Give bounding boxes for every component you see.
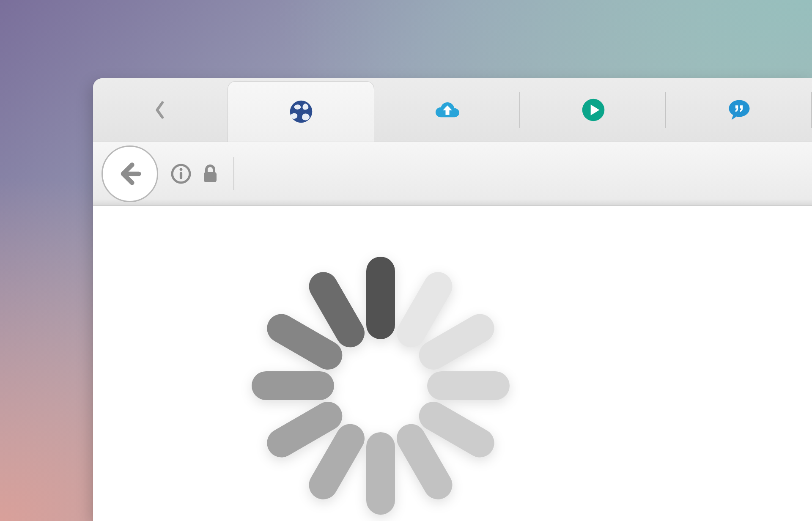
page-content <box>93 206 812 521</box>
spinner-spoke <box>252 371 334 400</box>
tab-chat[interactable] <box>666 78 812 142</box>
lock-indicator[interactable] <box>201 163 219 184</box>
cloud-upload-icon <box>435 98 460 122</box>
tab-globe[interactable] <box>228 82 374 142</box>
spinner-spoke <box>427 371 510 400</box>
site-info-button[interactable] <box>170 163 192 185</box>
spinner-spoke <box>366 432 395 515</box>
tab-overflow-back[interactable] <box>93 78 228 142</box>
loading-spinner <box>252 257 510 515</box>
address-separator <box>233 157 234 190</box>
back-button[interactable] <box>102 145 158 202</box>
globe-icon <box>289 99 313 124</box>
navigation-toolbar <box>93 142 812 206</box>
svg-point-0 <box>290 101 312 123</box>
info-icon <box>170 163 192 184</box>
spinner-spoke <box>366 257 395 339</box>
tab-play[interactable] <box>520 78 666 142</box>
lock-icon <box>202 164 219 184</box>
play-icon <box>581 98 606 122</box>
browser-window <box>93 78 812 521</box>
tab-strip <box>93 78 812 142</box>
address-bar[interactable] <box>244 156 812 191</box>
svg-rect-7 <box>204 172 217 182</box>
back-arrow-icon <box>116 160 143 187</box>
chevron-left-icon <box>154 100 167 120</box>
svg-point-5 <box>180 168 183 171</box>
desktop-background <box>0 0 812 521</box>
chat-quote-icon <box>727 98 752 122</box>
tab-cloud-upload[interactable] <box>374 78 520 142</box>
svg-rect-6 <box>180 172 182 179</box>
